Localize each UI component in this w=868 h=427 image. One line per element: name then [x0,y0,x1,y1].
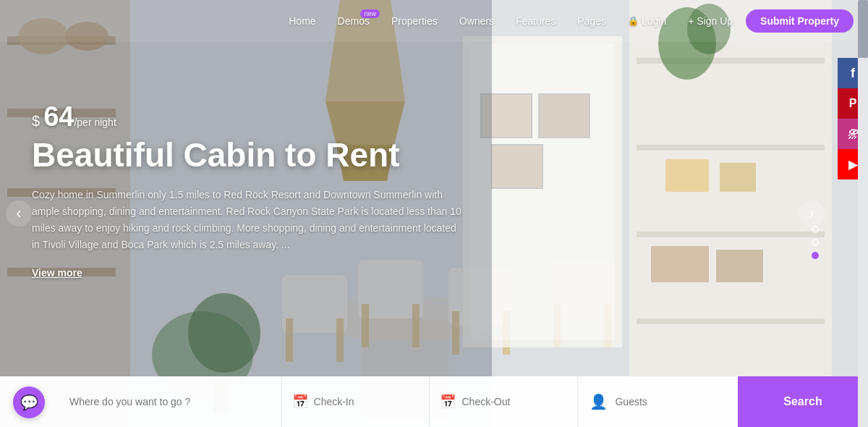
scrollbar[interactable] [858,0,868,427]
login-button[interactable]: 🔒 Login [619,11,675,31]
slider-dot-1[interactable] [812,226,819,233]
guests-input[interactable] [615,396,726,407]
nav-item-demos[interactable]: Demos new [329,11,378,31]
navbar: Home Demos new Properties Owners Feature… [0,0,868,42]
lock-icon: 🔒 [628,16,639,26]
svg-rect-40 [539,94,590,138]
svg-rect-11 [637,232,825,237]
facebook-icon: f [851,66,855,81]
price-tag: $ 64/per night [32,101,466,132]
slider-prev-button[interactable]: ‹ [6,200,32,227]
svg-rect-13 [665,159,709,192]
nav-item-pages[interactable]: Pages [569,11,615,31]
svg-rect-41 [492,145,542,188]
checkin-field[interactable]: 📅 [282,376,430,427]
view-more-link[interactable]: View more [32,267,82,279]
youtube-icon: ▶ [848,158,857,172]
slider-dot-3[interactable] [812,252,819,259]
location-input[interactable] [69,396,270,407]
nav-item-features[interactable]: Features [507,11,564,31]
price-per: /per night [74,117,116,128]
price-dollar: $ [32,113,40,129]
svg-rect-12 [637,318,825,324]
hero-title: Beautiful Cabin to Rent [32,137,466,174]
hero-section: Home Demos new Properties Owners Feature… [0,0,868,427]
svg-rect-14 [720,163,756,192]
slider-dots [812,226,819,259]
nav-item-properties[interactable]: Properties [383,11,446,31]
chevron-left-icon: ‹ [16,204,21,223]
svg-rect-10 [637,145,825,151]
checkin-calendar-icon: 📅 [292,394,308,410]
slider-dot-2[interactable] [812,239,819,246]
pinterest-icon: P [849,97,857,110]
search-bar: 📅 📅 👤 Search [0,376,868,427]
price-amount: 64 [43,101,74,132]
guests-field[interactable]: 👤 [578,376,738,427]
checkout-field[interactable]: 📅 [430,376,578,427]
search-button[interactable]: Search [738,376,868,427]
hero-description: Cozy home in Summerlin only 1.5 miles to… [32,187,466,253]
demos-badge: new [360,9,380,18]
submit-property-button[interactable]: Submit Property [746,9,854,33]
svg-rect-16 [716,250,763,282]
chevron-right-icon: › [809,204,814,223]
nav-item-owners[interactable]: Owners [451,11,503,31]
scrollbar-thumb[interactable] [858,0,868,58]
svg-rect-15 [651,246,709,282]
checkout-calendar-icon: 📅 [440,394,456,410]
nav-items: Home Demos new Properties Owners Feature… [280,9,854,33]
instagram-icon: ⛈ [848,128,859,140]
slider-next-button[interactable]: › [799,200,825,227]
chat-bubble-button[interactable]: 💬 [13,386,45,418]
checkout-input[interactable] [461,396,527,407]
hero-content: $ 64/per night Beautiful Cabin to Rent C… [32,101,466,279]
chat-icon: 💬 [20,394,38,411]
signup-button[interactable]: + Sign Up [679,11,741,31]
nav-item-home[interactable]: Home [280,11,324,31]
checkin-input[interactable] [314,396,379,407]
location-field[interactable] [58,376,282,427]
guests-person-icon: 👤 [590,393,608,410]
